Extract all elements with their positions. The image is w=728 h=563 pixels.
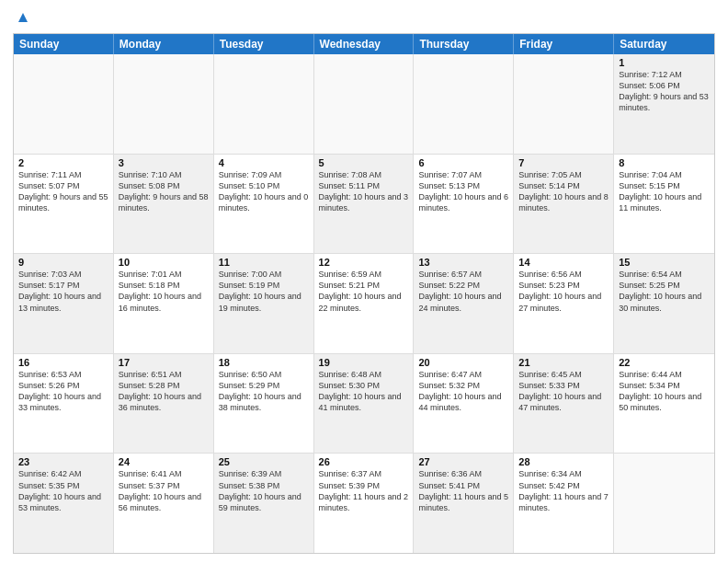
calendar-week-row: 2Sunrise: 7:11 AM Sunset: 5:07 PM Daylig… bbox=[14, 155, 714, 255]
day-info: Sunrise: 7:03 AM Sunset: 5:17 PM Dayligh… bbox=[18, 269, 108, 314]
day-number: 17 bbox=[119, 357, 209, 368]
calendar-cell: 15Sunrise: 6:54 AM Sunset: 5:25 PM Dayli… bbox=[614, 254, 714, 353]
day-info: Sunrise: 6:45 AM Sunset: 5:33 PM Dayligh… bbox=[518, 369, 609, 414]
calendar-cell: 26Sunrise: 6:37 AM Sunset: 5:39 PM Dayli… bbox=[314, 454, 415, 553]
day-info: Sunrise: 7:05 AM Sunset: 5:14 PM Dayligh… bbox=[518, 169, 609, 214]
weekday-header: Sunday bbox=[14, 34, 114, 54]
day-info: Sunrise: 7:11 AM Sunset: 5:07 PM Dayligh… bbox=[18, 169, 108, 214]
day-number: 18 bbox=[219, 357, 309, 368]
calendar-cell: 22Sunrise: 6:44 AM Sunset: 5:34 PM Dayli… bbox=[614, 354, 714, 454]
day-number: 1 bbox=[619, 57, 710, 68]
calendar-cell: 21Sunrise: 6:45 AM Sunset: 5:33 PM Dayli… bbox=[514, 354, 614, 454]
weekday-header: Monday bbox=[114, 34, 214, 54]
day-number: 25 bbox=[219, 456, 309, 467]
calendar-week-row: 1Sunrise: 7:12 AM Sunset: 5:06 PM Daylig… bbox=[14, 54, 714, 155]
day-info: Sunrise: 7:09 AM Sunset: 5:10 PM Dayligh… bbox=[219, 169, 309, 214]
day-number: 23 bbox=[18, 456, 108, 467]
calendar-week-row: 23Sunrise: 6:42 AM Sunset: 5:35 PM Dayli… bbox=[14, 454, 714, 553]
calendar-cell: 25Sunrise: 6:39 AM Sunset: 5:38 PM Dayli… bbox=[214, 454, 314, 553]
calendar-cell: 10Sunrise: 7:01 AM Sunset: 5:18 PM Dayli… bbox=[114, 254, 214, 353]
calendar-cell bbox=[214, 54, 314, 154]
calendar-cell bbox=[14, 54, 114, 154]
day-number: 22 bbox=[619, 357, 710, 368]
calendar-cell: 11Sunrise: 7:00 AM Sunset: 5:19 PM Dayli… bbox=[214, 254, 314, 353]
calendar: SundayMondayTuesdayWednesdayThursdayFrid… bbox=[13, 33, 715, 554]
calendar-cell: 5Sunrise: 7:08 AM Sunset: 5:11 PM Daylig… bbox=[314, 155, 415, 254]
day-info: Sunrise: 6:41 AM Sunset: 5:37 PM Dayligh… bbox=[119, 468, 209, 513]
day-number: 3 bbox=[119, 157, 209, 168]
day-info: Sunrise: 7:07 AM Sunset: 5:13 PM Dayligh… bbox=[418, 169, 508, 214]
day-info: Sunrise: 7:10 AM Sunset: 5:08 PM Dayligh… bbox=[119, 169, 209, 214]
calendar-cell: 8Sunrise: 7:04 AM Sunset: 5:15 PM Daylig… bbox=[614, 155, 714, 254]
calendar-cell: 1Sunrise: 7:12 AM Sunset: 5:06 PM Daylig… bbox=[614, 54, 714, 154]
day-info: Sunrise: 6:59 AM Sunset: 5:21 PM Dayligh… bbox=[319, 269, 409, 314]
calendar-cell: 9Sunrise: 7:03 AM Sunset: 5:17 PM Daylig… bbox=[14, 254, 114, 353]
day-number: 24 bbox=[119, 456, 209, 467]
calendar-week-row: 16Sunrise: 6:53 AM Sunset: 5:26 PM Dayli… bbox=[14, 354, 714, 454]
header bbox=[13, 9, 715, 28]
weekday-header: Wednesday bbox=[314, 34, 415, 54]
page: SundayMondayTuesdayWednesdayThursdayFrid… bbox=[0, 0, 728, 563]
day-info: Sunrise: 6:37 AM Sunset: 5:39 PM Dayligh… bbox=[319, 468, 409, 513]
calendar-cell: 14Sunrise: 6:56 AM Sunset: 5:23 PM Dayli… bbox=[514, 254, 614, 353]
day-info: Sunrise: 6:50 AM Sunset: 5:29 PM Dayligh… bbox=[219, 369, 309, 414]
day-info: Sunrise: 6:53 AM Sunset: 5:26 PM Dayligh… bbox=[18, 369, 108, 414]
day-info: Sunrise: 7:00 AM Sunset: 5:19 PM Dayligh… bbox=[219, 269, 309, 314]
day-number: 7 bbox=[518, 157, 609, 168]
calendar-cell: 23Sunrise: 6:42 AM Sunset: 5:35 PM Dayli… bbox=[14, 454, 114, 553]
day-number: 21 bbox=[518, 357, 609, 368]
day-number: 8 bbox=[619, 157, 710, 168]
logo bbox=[13, 9, 31, 28]
day-info: Sunrise: 7:04 AM Sunset: 5:15 PM Dayligh… bbox=[619, 169, 710, 214]
weekday-header: Saturday bbox=[614, 34, 714, 54]
calendar-cell bbox=[314, 54, 415, 154]
calendar-cell: 17Sunrise: 6:51 AM Sunset: 5:28 PM Dayli… bbox=[114, 354, 214, 454]
calendar-cell: 27Sunrise: 6:36 AM Sunset: 5:41 PM Dayli… bbox=[414, 454, 514, 553]
weekday-header: Thursday bbox=[414, 34, 514, 54]
day-number: 12 bbox=[319, 257, 409, 268]
svg-marker-0 bbox=[18, 13, 28, 22]
calendar-cell bbox=[114, 54, 214, 154]
calendar-cell: 19Sunrise: 6:48 AM Sunset: 5:30 PM Dayli… bbox=[314, 354, 415, 454]
day-number: 15 bbox=[619, 257, 710, 268]
calendar-cell bbox=[414, 54, 514, 154]
day-number: 10 bbox=[119, 257, 209, 268]
day-info: Sunrise: 6:54 AM Sunset: 5:25 PM Dayligh… bbox=[619, 269, 710, 314]
day-info: Sunrise: 6:42 AM Sunset: 5:35 PM Dayligh… bbox=[18, 468, 108, 513]
day-info: Sunrise: 6:57 AM Sunset: 5:22 PM Dayligh… bbox=[418, 269, 508, 314]
day-info: Sunrise: 6:39 AM Sunset: 5:38 PM Dayligh… bbox=[219, 468, 309, 513]
calendar-cell: 18Sunrise: 6:50 AM Sunset: 5:29 PM Dayli… bbox=[214, 354, 314, 454]
calendar-cell bbox=[614, 454, 714, 553]
calendar-cell: 24Sunrise: 6:41 AM Sunset: 5:37 PM Dayli… bbox=[114, 454, 214, 553]
day-info: Sunrise: 7:01 AM Sunset: 5:18 PM Dayligh… bbox=[119, 269, 209, 314]
day-info: Sunrise: 6:51 AM Sunset: 5:28 PM Dayligh… bbox=[119, 369, 209, 414]
day-info: Sunrise: 7:12 AM Sunset: 5:06 PM Dayligh… bbox=[619, 69, 710, 114]
day-number: 9 bbox=[18, 257, 108, 268]
day-info: Sunrise: 6:36 AM Sunset: 5:41 PM Dayligh… bbox=[418, 468, 508, 513]
day-number: 2 bbox=[18, 157, 108, 168]
weekday-header: Tuesday bbox=[214, 34, 314, 54]
day-info: Sunrise: 6:34 AM Sunset: 5:42 PM Dayligh… bbox=[518, 468, 609, 513]
calendar-body: 1Sunrise: 7:12 AM Sunset: 5:06 PM Daylig… bbox=[14, 54, 714, 553]
calendar-cell: 20Sunrise: 6:47 AM Sunset: 5:32 PM Dayli… bbox=[414, 354, 514, 454]
day-number: 28 bbox=[518, 456, 609, 467]
day-number: 5 bbox=[319, 157, 409, 168]
logo-icon bbox=[15, 9, 31, 26]
calendar-cell: 13Sunrise: 6:57 AM Sunset: 5:22 PM Dayli… bbox=[414, 254, 514, 353]
day-info: Sunrise: 7:08 AM Sunset: 5:11 PM Dayligh… bbox=[319, 169, 409, 214]
calendar-cell: 28Sunrise: 6:34 AM Sunset: 5:42 PM Dayli… bbox=[514, 454, 614, 553]
day-number: 11 bbox=[219, 257, 309, 268]
calendar-cell: 4Sunrise: 7:09 AM Sunset: 5:10 PM Daylig… bbox=[214, 155, 314, 254]
day-info: Sunrise: 6:48 AM Sunset: 5:30 PM Dayligh… bbox=[319, 369, 409, 414]
day-number: 4 bbox=[219, 157, 309, 168]
day-number: 19 bbox=[319, 357, 409, 368]
day-number: 6 bbox=[418, 157, 508, 168]
day-info: Sunrise: 6:47 AM Sunset: 5:32 PM Dayligh… bbox=[418, 369, 508, 414]
calendar-cell: 2Sunrise: 7:11 AM Sunset: 5:07 PM Daylig… bbox=[14, 155, 114, 254]
calendar-cell bbox=[514, 54, 614, 154]
day-number: 14 bbox=[518, 257, 609, 268]
calendar-cell: 16Sunrise: 6:53 AM Sunset: 5:26 PM Dayli… bbox=[14, 354, 114, 454]
day-info: Sunrise: 6:44 AM Sunset: 5:34 PM Dayligh… bbox=[619, 369, 710, 414]
weekday-header: Friday bbox=[514, 34, 614, 54]
calendar-cell: 7Sunrise: 7:05 AM Sunset: 5:14 PM Daylig… bbox=[514, 155, 614, 254]
